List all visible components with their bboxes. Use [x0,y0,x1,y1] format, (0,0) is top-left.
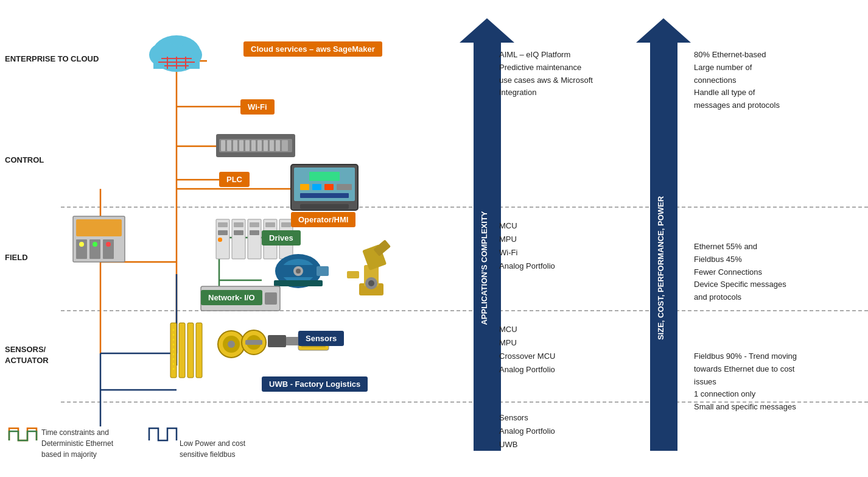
svg-rect-53 [103,239,114,259]
svg-point-109 [218,331,245,358]
drives-label: Drives [262,230,301,246]
svg-rect-57 [291,164,358,210]
svg-rect-103 [265,292,277,305]
svg-rect-54 [79,242,84,247]
svg-rect-58 [294,168,355,201]
svg-point-113 [247,335,261,350]
svg-point-26 [152,35,201,72]
svg-rect-55 [93,242,97,247]
svg-marker-23 [460,18,514,43]
svg-rect-89 [359,283,383,295]
svg-rect-39 [227,140,231,151]
svg-rect-50 [76,219,122,236]
svg-rect-73 [248,219,261,259]
svg-rect-91 [362,244,387,270]
right-enterprise-text: 80% Ethernet-based Large number of conne… [694,49,858,112]
svg-rect-41 [239,140,243,151]
svg-rect-69 [218,238,222,242]
svg-rect-43 [251,140,256,151]
svg-rect-72 [234,230,243,235]
right-field-text: Ethernet 55% and Fieldbus 45% Fewer Conn… [694,241,858,304]
svg-rect-51 [76,239,87,259]
hmi-label: Operator/HMI [291,212,355,227]
middle-sensors-text: Sensors Analog Portfolio UWB [499,411,621,451]
svg-point-110 [223,336,240,353]
svg-point-88 [296,269,301,274]
svg-point-83 [281,259,315,283]
svg-rect-64 [337,184,352,190]
middle-enterprise-text: AIML – eIQ Platform Predictive maintenan… [499,49,627,99]
svg-point-28 [175,44,202,66]
svg-rect-38 [221,140,225,151]
svg-rect-80 [281,222,291,227]
svg-rect-46 [270,140,274,151]
svg-point-82 [275,254,321,288]
level-control: CONTROL [5,155,44,164]
svg-rect-70 [232,219,245,259]
right-sensors-text: Fieldbus 90% - Trend moving towards Ethe… [694,350,858,414]
wifi-label: Wi-Fi [240,99,275,115]
svg-text:SIZE, COST, PERFORMANCE, POWER: SIZE, COST, PERFORMANCE, POWER [656,196,665,340]
svg-point-87 [293,266,303,276]
svg-rect-29 [153,54,200,69]
svg-rect-84 [280,265,317,277]
middle-control-text: MCU MPU Wi-Fi Analog Portfolio [499,219,621,273]
svg-rect-52 [89,239,100,259]
svg-rect-67 [218,222,228,227]
svg-rect-71 [234,222,243,227]
level-sensors: SENSORS/ACTUATOR [5,344,49,366]
svg-point-27 [149,43,180,67]
level-field: FIELD [5,253,28,262]
svg-rect-75 [250,230,259,235]
svg-point-94 [368,280,374,286]
svg-point-111 [228,341,235,348]
level-enterprise: ENTERPRISE TO CLOUD [5,54,99,65]
svg-rect-114 [245,340,262,345]
svg-text:APPLICATION'S COMPLEXITY: APPLICATION'S COMPLEXITY [480,211,489,325]
svg-rect-22 [474,37,501,451]
svg-rect-44 [257,140,262,151]
svg-rect-68 [218,230,228,235]
svg-rect-61 [300,184,309,190]
svg-rect-95 [347,271,359,278]
svg-rect-36 [216,134,295,157]
svg-rect-42 [245,140,250,151]
uwb-label: UWB - Factory Logistics [262,376,368,392]
legend-item1-text: Time constraints andDeterministic Ethern… [41,427,113,460]
svg-rect-66 [216,219,229,259]
svg-rect-92 [373,239,391,256]
svg-rect-106 [179,323,185,378]
sensors-label: Sensors [298,331,344,346]
svg-rect-24 [650,37,677,451]
cloud-label: Cloud services – aws SageMaker [243,41,382,57]
svg-rect-49 [73,216,125,262]
svg-rect-59 [300,204,349,209]
legend-item2-text: Low Power and costsensitive fieldbus [180,438,245,460]
svg-rect-90 [364,265,379,286]
plc-label: PLC [219,172,250,187]
svg-rect-85 [317,266,329,276]
svg-rect-104 [170,323,177,378]
svg-rect-86 [274,280,323,286]
svg-rect-108 [196,323,202,378]
svg-rect-60 [309,172,340,181]
svg-rect-74 [250,222,259,227]
svg-rect-115 [268,335,286,347]
svg-rect-63 [324,184,334,190]
svg-rect-62 [312,184,321,190]
svg-marker-25 [636,18,691,43]
svg-rect-47 [276,140,280,151]
svg-rect-37 [219,139,292,152]
svg-rect-56 [106,242,111,247]
svg-rect-48 [282,140,288,151]
svg-rect-65 [300,193,349,198]
svg-rect-45 [264,140,268,151]
svg-rect-107 [187,323,194,378]
netio-label: Network- I/O [201,290,262,305]
middle-field-text: MCU MPU Crossover MCU Analog Portfolio [499,323,627,376]
svg-rect-77 [265,222,275,227]
svg-point-93 [365,277,377,289]
svg-rect-40 [233,140,237,151]
svg-point-112 [242,330,266,355]
